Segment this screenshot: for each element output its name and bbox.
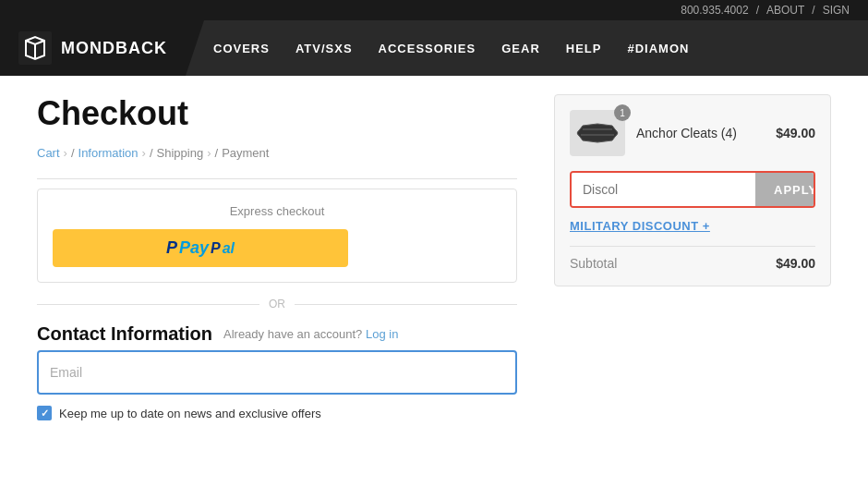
product-info: Anchor Cleats (4) <box>636 126 765 140</box>
express-label: Express checkout <box>53 204 501 218</box>
or-text: OR <box>269 298 285 310</box>
order-summary: 1 Anchor Cleats (4) $49.00 APPLY <box>554 94 831 286</box>
breadcrumb: Cart › / Information › / Shipping › / Pa… <box>37 146 517 160</box>
or-divider: OR <box>37 298 517 310</box>
express-checkout-section: Express checkout P Pay P al <box>37 189 517 283</box>
phone-number: 800.935.4002 <box>681 4 748 17</box>
contact-title: Contact Information <box>37 323 212 345</box>
nav-gear[interactable]: GEAR <box>501 42 540 55</box>
logo-text: MONDBACK <box>61 39 167 58</box>
product-row: 1 Anchor Cleats (4) $49.00 <box>570 110 815 156</box>
discount-input[interactable] <box>572 173 755 206</box>
sep-slash2: / <box>150 146 153 160</box>
newsletter-label: Keep me up to date on news and exclusive… <box>59 407 321 420</box>
newsletter-checkbox[interactable] <box>37 406 52 420</box>
login-prompt: Already have an account? Log in <box>223 327 398 341</box>
left-col: Checkout Cart › / Information › / Shippi… <box>37 94 517 420</box>
subtotal-row: Subtotal $49.00 <box>570 246 815 271</box>
logo-area: MONDBACK <box>0 20 186 76</box>
checkout-title: Checkout <box>37 94 517 133</box>
nav-covers[interactable]: COVERS <box>213 42 270 55</box>
product-name: Anchor Cleats (4) <box>636 126 765 140</box>
header: MONDBACK COVERS ATV/SXS ACCESSORIES GEAR… <box>0 20 868 76</box>
svg-marker-2 <box>577 124 618 142</box>
nav-accessories[interactable]: ACCESSORIES <box>379 42 476 55</box>
divider-top <box>37 178 517 179</box>
nav-atv-sxs[interactable]: ATV/SXS <box>295 42 353 55</box>
nav-hashtag[interactable]: #DIAMON <box>627 42 689 55</box>
sign-link[interactable]: SIGN <box>823 4 850 17</box>
discount-row: APPLY <box>570 171 815 208</box>
contact-section: Contact Information Already have an acco… <box>37 323 517 345</box>
breadcrumb-information[interactable]: Information <box>78 146 139 160</box>
sep-slash3: / <box>215 146 219 160</box>
sep2: / <box>812 4 814 17</box>
subtotal-price: $49.00 <box>776 256 815 271</box>
newsletter-row: Keep me up to date on news and exclusive… <box>37 406 517 420</box>
breadcrumb-shipping: Shipping <box>157 146 204 160</box>
military-discount-link[interactable]: MILITARY DISCOUNT + <box>570 219 710 233</box>
nav-help[interactable]: HELP <box>566 42 602 55</box>
login-link[interactable]: Log in <box>366 327 398 341</box>
top-bar: 800.935.4002 / ABOUT / SIGN <box>0 0 868 20</box>
email-input[interactable] <box>37 350 517 395</box>
paypal-button[interactable]: P Pay P al <box>53 229 348 267</box>
main-content: Checkout Cart › / Information › / Shippi… <box>0 76 868 439</box>
product-thumbnail: 1 <box>570 110 625 156</box>
paypal-logo: P Pay P al <box>166 238 235 258</box>
main-nav: COVERS ATV/SXS ACCESSORIES GEAR HELP #DI… <box>186 20 868 76</box>
subtotal-label: Subtotal <box>570 256 617 271</box>
about-link[interactable]: ABOUT <box>766 4 804 17</box>
product-price: $49.00 <box>776 126 815 140</box>
logo-icon <box>18 31 52 65</box>
right-col: 1 Anchor Cleats (4) $49.00 APPLY <box>554 94 831 420</box>
account-prompt-text: Already have an account? <box>223 327 362 341</box>
sep-slash: / <box>71 146 75 160</box>
product-badge: 1 <box>614 104 631 121</box>
product-image <box>575 122 620 144</box>
breadcrumb-cart[interactable]: Cart <box>37 146 60 160</box>
sep1: / <box>756 4 759 17</box>
breadcrumb-payment: Payment <box>222 146 269 160</box>
apply-button[interactable]: APPLY <box>755 173 815 206</box>
